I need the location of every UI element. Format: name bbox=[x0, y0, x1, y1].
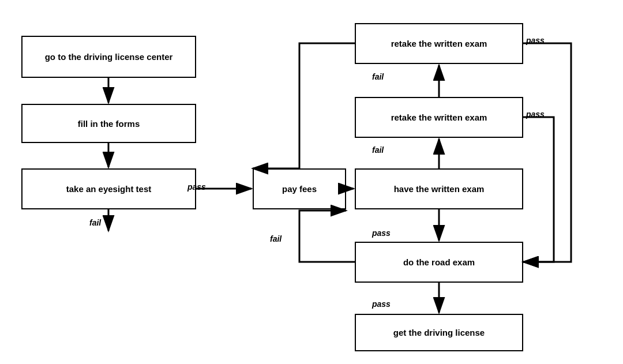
pass-retake1-label: pass bbox=[526, 110, 545, 119]
retake-written-1-box: retake the written exam bbox=[355, 97, 523, 138]
retake-written-2-label: retake the written exam bbox=[391, 39, 487, 48]
pass-road-label: pass bbox=[372, 299, 391, 309]
diagram: go to the driving license center fill in… bbox=[0, 0, 623, 364]
pass-retake2-label: pass bbox=[526, 36, 545, 45]
fail-retake1-label: fail bbox=[372, 72, 384, 81]
pay-fees-box: pay fees bbox=[253, 168, 346, 209]
driving-license-label: get the driving license bbox=[393, 328, 485, 337]
fail-road-label: fail bbox=[270, 234, 282, 243]
fill-forms-label: fill in the forms bbox=[78, 119, 140, 129]
pay-fees-label: pay fees bbox=[282, 184, 317, 194]
road-exam-label: do the road exam bbox=[403, 257, 475, 267]
eyesight-test-box: take an eyesight test bbox=[21, 168, 196, 209]
fill-forms-box: fill in the forms bbox=[21, 104, 196, 143]
pass-written-label: pass bbox=[372, 228, 391, 238]
pass-eyesight-label: pass bbox=[187, 182, 206, 192]
retake-written-1-label: retake the written exam bbox=[391, 112, 487, 122]
written-exam-label: have the written exam bbox=[394, 184, 485, 194]
go-to-center-box: go to the driving license center bbox=[21, 36, 196, 78]
retake-written-2-box: retake the written exam bbox=[355, 23, 523, 64]
fail-written-label: fail bbox=[372, 145, 384, 155]
written-exam-box: have the written exam bbox=[355, 168, 523, 209]
fail-eyesight-label: fail bbox=[89, 218, 101, 227]
road-exam-box: do the road exam bbox=[355, 242, 523, 283]
driving-license-box: get the driving license bbox=[355, 314, 523, 351]
go-to-center-label: go to the driving license center bbox=[45, 52, 173, 62]
eyesight-test-label: take an eyesight test bbox=[66, 184, 152, 194]
